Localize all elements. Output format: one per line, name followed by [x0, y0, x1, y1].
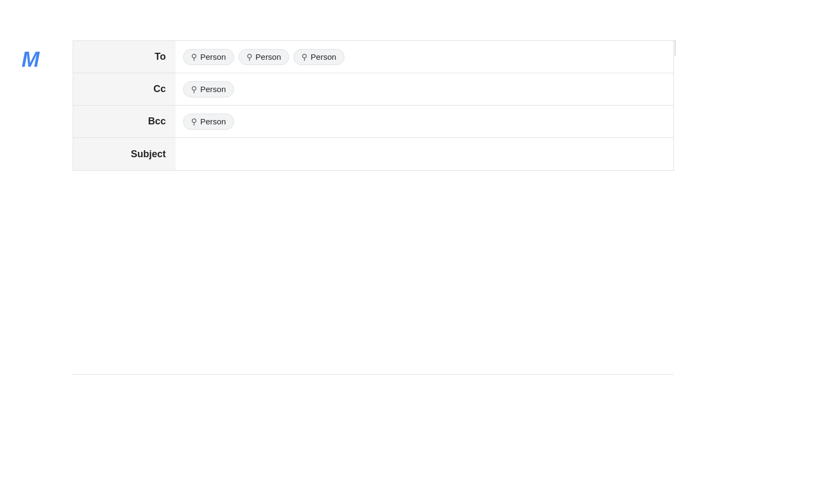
subject-input[interactable]	[183, 149, 666, 159]
subject-content-area[interactable]	[176, 144, 673, 164]
person-icon: ⚲	[247, 52, 252, 62]
gmail-logo: M	[22, 47, 38, 72]
to-recipient-chip-1[interactable]: ⚲ Person	[183, 49, 234, 65]
to-recipient-chip-2[interactable]: ⚲ Person	[238, 49, 290, 65]
to-row: To ⚲ Person ⚲ Person ⚲ Person	[73, 41, 673, 73]
person-icon: ⚲	[191, 85, 197, 94]
cc-row: Cc ⚲ Person	[73, 73, 673, 106]
to-recipient-chip-3[interactable]: ⚲ Person	[293, 49, 345, 65]
to-recipient-name-2: Person	[256, 52, 282, 61]
bcc-recipients-area[interactable]: ⚲ Person	[176, 108, 673, 135]
cc-recipients-area[interactable]: ⚲ Person	[176, 76, 673, 103]
to-recipient-name-3: Person	[311, 52, 336, 61]
bcc-recipient-chip-1[interactable]: ⚲ Person	[183, 114, 234, 130]
person-icon: ⚲	[301, 52, 307, 62]
bcc-label: Bcc	[73, 106, 176, 137]
compose-form: To ⚲ Person ⚲ Person ⚲ Person Cc ⚲ Perso…	[73, 40, 674, 171]
to-recipient-name-1: Person	[200, 52, 226, 61]
bcc-recipient-name-1: Person	[200, 117, 226, 126]
cc-recipient-chip-1[interactable]: ⚲ Person	[183, 81, 234, 97]
subject-label: Subject	[73, 138, 176, 170]
to-recipients-area[interactable]: ⚲ Person ⚲ Person ⚲ Person	[176, 44, 673, 71]
person-icon: ⚲	[191, 52, 197, 62]
person-icon: ⚲	[191, 117, 197, 127]
to-label: To	[73, 41, 176, 73]
cc-label: Cc	[73, 73, 176, 105]
subject-row: Subject	[73, 138, 673, 170]
bottom-divider	[73, 374, 674, 375]
cc-recipient-name-1: Person	[200, 85, 226, 94]
bcc-row: Bcc ⚲ Person	[73, 106, 673, 138]
